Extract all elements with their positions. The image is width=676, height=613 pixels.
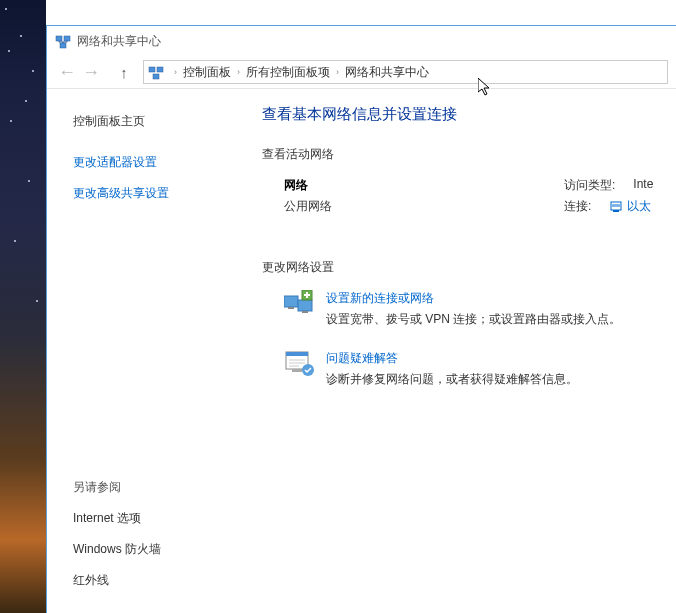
control-panel-window: 网络和共享中心 ← → ↑ › 控制面板 › 所有控制面板项 › 网络和共享中心… (46, 25, 676, 613)
network-center-icon (148, 64, 164, 80)
svg-rect-5 (153, 74, 159, 79)
back-button[interactable]: ← (55, 60, 79, 84)
svg-rect-8 (284, 296, 298, 307)
network-type: 公用网络 (284, 198, 564, 215)
up-button[interactable]: ↑ (113, 61, 135, 83)
nav-bar: ← → ↑ › 控制面板 › 所有控制面板项 › 网络和共享中心 (47, 56, 676, 89)
active-networks-label: 查看活动网络 (262, 146, 676, 163)
address-bar[interactable]: › 控制面板 › 所有控制面板项 › 网络和共享中心 (143, 60, 668, 84)
page-heading: 查看基本网络信息并设置连接 (262, 105, 676, 124)
svg-rect-9 (288, 307, 294, 309)
chevron-right-icon: › (336, 67, 339, 77)
setup-connection-icon (284, 290, 316, 318)
breadcrumb-item[interactable]: 网络和共享中心 (345, 64, 429, 81)
troubleshoot-desc: 诊断并修复网络问题，或者获得疑难解答信息。 (326, 371, 578, 388)
change-settings-label: 更改网络设置 (262, 259, 676, 276)
chevron-right-icon: › (237, 67, 240, 77)
sidebar: 控制面板主页 更改适配器设置 更改高级共享设置 另请参阅 Internet 选项… (47, 89, 242, 613)
access-type-label: 访问类型: (564, 177, 615, 194)
network-name: 网络 (284, 177, 564, 194)
change-adapter-link[interactable]: 更改适配器设置 (73, 154, 232, 171)
breadcrumb-item[interactable]: 所有控制面板项 (246, 64, 330, 81)
setup-connection-desc: 设置宽带、拨号或 VPN 连接；或设置路由器或接入点。 (326, 311, 621, 328)
svg-rect-15 (292, 369, 302, 372)
svg-rect-7 (613, 210, 619, 212)
svg-rect-14 (286, 352, 308, 356)
svg-rect-10 (298, 300, 312, 311)
control-panel-home-link[interactable]: 控制面板主页 (73, 113, 232, 130)
active-network-row: 网络 公用网络 访问类型: Inte 连接: 以太 (262, 177, 676, 219)
setup-connection-link[interactable]: 设置新的连接或网络 (326, 290, 621, 307)
troubleshoot-link[interactable]: 问题疑难解答 (326, 350, 578, 367)
see-also-label: 另请参阅 (73, 479, 232, 496)
main-content: 查看基本网络信息并设置连接 查看活动网络 网络 公用网络 访问类型: Inte … (242, 89, 676, 613)
infrared-link[interactable]: 红外线 (73, 572, 232, 589)
svg-rect-0 (56, 36, 62, 41)
internet-options-link[interactable]: Internet 选项 (73, 510, 232, 527)
window-title: 网络和共享中心 (77, 33, 161, 50)
ethernet-link[interactable]: 以太 (609, 198, 651, 215)
network-center-icon (55, 33, 71, 49)
troubleshoot-item: 问题疑难解答 诊断并修复网络问题，或者获得疑难解答信息。 (262, 350, 676, 388)
ethernet-icon (609, 200, 623, 214)
breadcrumb-item[interactable]: 控制面板 (183, 64, 231, 81)
access-type-value: Inte (633, 177, 653, 194)
connection-label: 连接: (564, 198, 591, 215)
setup-connection-item: 设置新的连接或网络 设置宽带、拨号或 VPN 连接；或设置路由器或接入点。 (262, 290, 676, 328)
forward-button[interactable]: → (79, 60, 103, 84)
title-bar: 网络和共享中心 (47, 26, 676, 56)
svg-rect-1 (64, 36, 70, 41)
svg-rect-2 (60, 43, 66, 48)
advanced-sharing-link[interactable]: 更改高级共享设置 (73, 185, 232, 202)
svg-rect-11 (302, 311, 308, 313)
troubleshoot-icon (284, 350, 316, 378)
windows-firewall-link[interactable]: Windows 防火墙 (73, 541, 232, 558)
ethernet-text: 以太 (627, 198, 651, 215)
chevron-right-icon: › (174, 67, 177, 77)
svg-rect-3 (149, 67, 155, 72)
svg-rect-4 (157, 67, 163, 72)
desktop-background (0, 0, 46, 613)
